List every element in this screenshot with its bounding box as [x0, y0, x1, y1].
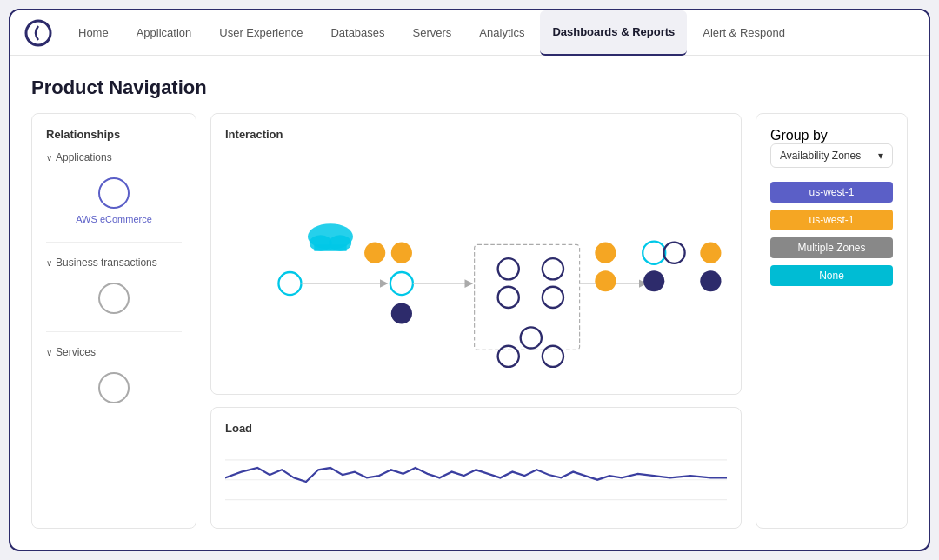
- svg-point-10: [391, 303, 412, 323]
- svg-point-20: [643, 242, 665, 264]
- services-header[interactable]: ∨ Services: [46, 346, 182, 358]
- services-circle: [98, 372, 130, 403]
- load-panel: Load: [210, 407, 742, 529]
- applications-section-header[interactable]: ∨ Applications: [46, 151, 182, 163]
- svg-point-5: [278, 272, 301, 295]
- nav-servers[interactable]: Servers: [401, 10, 464, 56]
- business-transactions-label: Business transactions: [56, 257, 157, 269]
- svg-point-6: [364, 243, 385, 263]
- svg-point-0: [26, 21, 50, 45]
- interaction-title: Interaction: [225, 128, 727, 141]
- aws-ecommerce-node[interactable]: AWS eCommerce: [46, 177, 182, 224]
- nav-databases[interactable]: Databases: [318, 10, 396, 56]
- svg-rect-4: [314, 244, 346, 250]
- svg-point-25: [700, 270, 721, 291]
- relationships-panel: Relationships ∨ Applications AWS eCommer…: [31, 113, 196, 529]
- svg-point-14: [543, 258, 563, 279]
- dropdown-label: Availability Zones: [780, 150, 861, 162]
- svg-point-16: [543, 287, 563, 308]
- nav-home[interactable]: Home: [66, 10, 121, 56]
- svg-point-8: [390, 272, 413, 295]
- top-nav: Home Application User Experience Databas…: [10, 10, 929, 56]
- chevron-icon: ∨: [46, 153, 52, 163]
- content-grid: Relationships ∨ Applications AWS eCommer…: [31, 113, 908, 529]
- svg-point-24: [700, 243, 721, 263]
- services-label: Services: [56, 346, 96, 358]
- applications-label: Applications: [56, 151, 112, 163]
- page-title: Product Navigation: [31, 77, 908, 99]
- load-chart: [225, 440, 727, 510]
- nav-analytics[interactable]: Analytics: [467, 10, 536, 56]
- app-logo[interactable]: [24, 19, 52, 47]
- right-panel: Group by Availability Zones ▾ us-west-1 …: [756, 113, 908, 529]
- section-divider-2: [46, 331, 182, 332]
- nav-dashboards-reports[interactable]: Dashboards & Reports: [540, 10, 687, 56]
- chevron-icon-2: ∨: [46, 258, 52, 268]
- main-content: Product Navigation Relationships ∨ Appli…: [10, 56, 929, 550]
- svg-point-23: [663, 243, 684, 263]
- nav-alert-respond[interactable]: Alert & Respond: [690, 10, 797, 56]
- chevron-icon-3: ∨: [46, 348, 52, 357]
- aws-ecommerce-circle: [98, 177, 130, 209]
- svg-point-27: [543, 346, 563, 367]
- business-transactions-header[interactable]: ∨ Business transactions: [46, 257, 182, 269]
- relationships-title: Relationships: [46, 128, 182, 141]
- nav-user-experience[interactable]: User Experience: [207, 10, 315, 56]
- business-circle: [98, 283, 130, 314]
- zone-badge-none[interactable]: None: [770, 265, 893, 286]
- services-node[interactable]: [46, 372, 182, 403]
- interaction-panel: Interaction: [210, 113, 742, 395]
- business-node[interactable]: [46, 283, 182, 314]
- svg-point-21: [595, 270, 616, 291]
- center-column: Interaction: [210, 113, 742, 529]
- group-by-dropdown[interactable]: Availability Zones ▾: [770, 143, 893, 168]
- svg-point-13: [498, 258, 519, 279]
- nav-application[interactable]: Application: [124, 10, 204, 56]
- group-by-title: Group by: [770, 128, 893, 143]
- svg-point-17: [521, 327, 542, 348]
- svg-point-19: [595, 243, 616, 263]
- dropdown-chevron-icon: ▾: [878, 150, 883, 162]
- svg-point-9: [391, 243, 412, 263]
- zone-badge-purple[interactable]: us-west-1: [770, 182, 893, 203]
- diagram-area: [225, 148, 727, 374]
- svg-point-15: [498, 287, 519, 308]
- svg-point-26: [498, 346, 519, 367]
- load-title: Load: [225, 422, 727, 435]
- app-container: Home Application User Experience Databas…: [9, 9, 930, 551]
- svg-point-22: [643, 270, 664, 291]
- aws-ecommerce-label: AWS eCommerce: [76, 214, 152, 224]
- zone-badge-orange[interactable]: us-west-1: [770, 210, 893, 230]
- zone-badge-multiple[interactable]: Multiple Zones: [770, 237, 893, 258]
- section-divider-1: [46, 242, 182, 243]
